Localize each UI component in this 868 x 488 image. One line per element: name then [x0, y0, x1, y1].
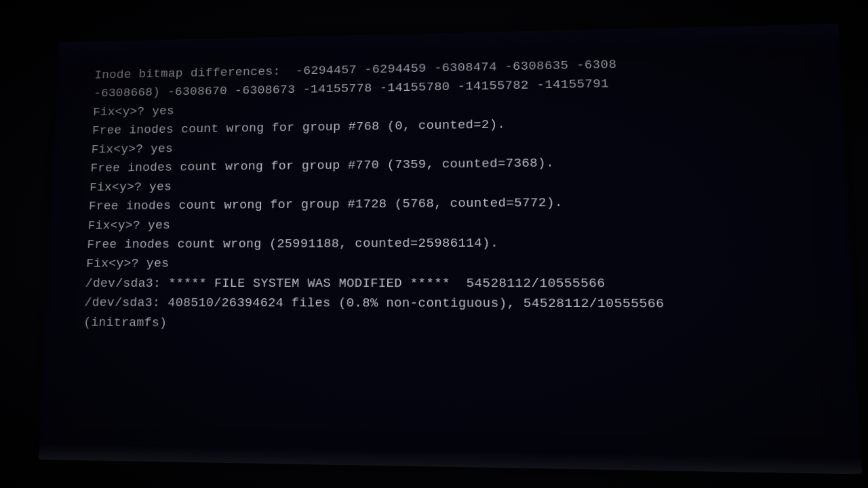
terminal-line: (initramfs): [83, 313, 825, 336]
terminal-content: Inode bitmap differences: -6294457 -6294…: [83, 45, 825, 337]
screen: Inode bitmap differences: -6294457 -6294…: [0, 0, 868, 488]
terminal-window: Inode bitmap differences: -6294457 -6294…: [39, 24, 862, 474]
bottom-bar: [39, 445, 862, 474]
terminal-line: Free inodes count wrong (25991188, count…: [87, 232, 821, 254]
terminal-line: Fix<y>? yes: [86, 253, 822, 274]
terminal-line: /dev/sda3: 408510/26394624 files (0.8% n…: [84, 293, 824, 315]
terminal-line: /dev/sda3: ***** FILE SYSTEM WAS MODIFIE…: [85, 273, 823, 294]
